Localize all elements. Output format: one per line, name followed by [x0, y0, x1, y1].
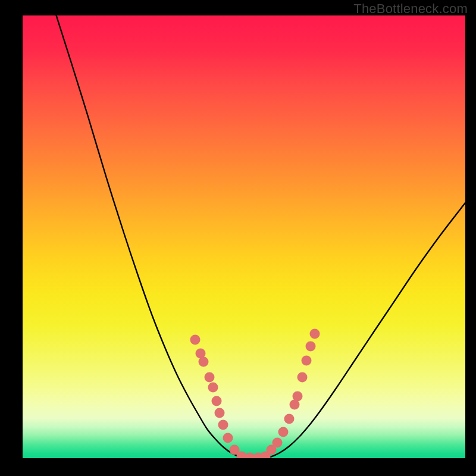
- chart-frame: TheBottleneck.com: [0, 0, 476, 476]
- curve-marker: [223, 433, 233, 443]
- bottleneck-curve: [55, 15, 465, 458]
- curve-marker: [205, 372, 215, 383]
- watermark-label: TheBottleneck.com: [353, 1, 468, 17]
- curve-marker: [273, 438, 283, 448]
- chart-svg: [23, 15, 465, 458]
- curve-marker: [310, 329, 320, 339]
- curve-marker: [212, 396, 222, 406]
- curve-marker: [190, 335, 201, 345]
- curve-marker: [284, 414, 295, 424]
- curve-marker: [199, 357, 209, 367]
- curve-marker: [293, 392, 303, 402]
- curve-marker: [208, 383, 218, 393]
- curve-markers: [190, 329, 320, 459]
- curve-marker: [218, 420, 228, 430]
- curve-marker: [215, 408, 225, 418]
- curve-marker: [298, 372, 308, 383]
- curve-marker: [302, 356, 312, 366]
- curve-marker: [306, 342, 316, 352]
- plot-area: [23, 15, 465, 458]
- curve-marker: [278, 427, 289, 437]
